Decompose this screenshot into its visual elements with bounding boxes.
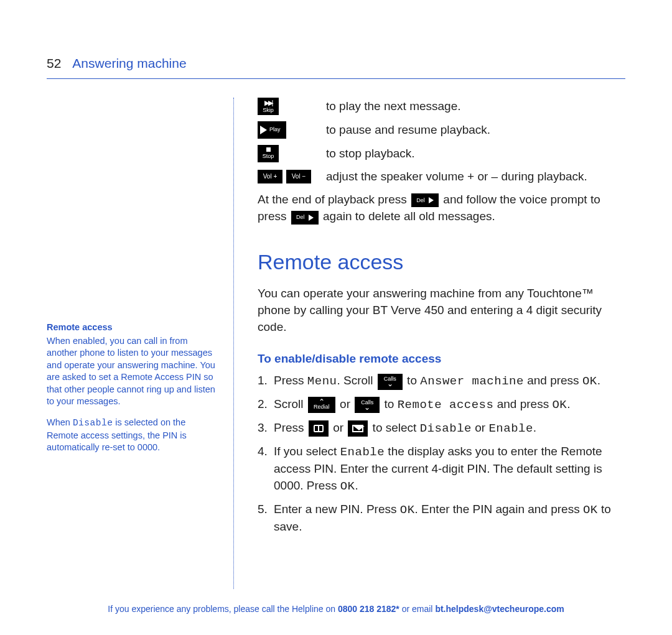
helpline-email: bt.helpdesk@vtecheurope.com xyxy=(435,604,564,614)
remote-access-heading: Remote access xyxy=(258,247,625,277)
play-button-icon: Play xyxy=(258,121,286,139)
footer: If you experience any problems, please c… xyxy=(0,604,672,614)
vol-down-icon: Vol − xyxy=(286,170,311,183)
step-1: Press Menu. Scroll Calls⌄ to Answer mach… xyxy=(258,373,625,390)
step-5: Enter a new PIN. Press OK. Enter the PIN… xyxy=(258,501,625,535)
row-stop: Stop to stop playback. xyxy=(258,145,625,162)
sidebar-para-2: When Disable is selected on the Remote a… xyxy=(47,417,220,454)
page-header: 52 Answering machine xyxy=(47,56,625,71)
vol-up-icon: Vol + xyxy=(258,170,282,183)
row-skip: ▶▶| Skip to play the next message. xyxy=(258,98,625,115)
main-content: ▶▶| Skip to play the next message. Play … xyxy=(234,98,625,589)
vol-text: adjust the speaker volume + or – during … xyxy=(326,169,587,185)
content-columns: Remote access When enabled, you can call… xyxy=(47,98,625,589)
phonebook-icon xyxy=(309,420,329,437)
stop-text: to stop playback. xyxy=(326,146,415,162)
step-4: If you select Enable the display asks yo… xyxy=(258,443,625,495)
page-number: 52 xyxy=(47,56,61,71)
del-button-icon: Del xyxy=(291,211,319,225)
step-2: Scroll ⌃Redial or Calls⌄ to Remote acces… xyxy=(258,396,625,414)
envelope-icon xyxy=(348,420,368,437)
steps-list: Press Menu. Scroll Calls⌄ to Answer mach… xyxy=(258,373,625,535)
sidebar: Remote access When enabled, you can call… xyxy=(47,98,233,589)
skip-button-icon: ▶▶| Skip xyxy=(258,98,279,115)
redial-up-icon: ⌃Redial xyxy=(308,397,335,413)
skip-text: to play the next message. xyxy=(326,98,461,115)
calls-down-icon: Calls⌄ xyxy=(355,397,380,413)
sidebar-para-1: When enabled, you can call in from anoth… xyxy=(47,335,220,408)
stop-button-icon: Stop xyxy=(258,145,279,162)
remote-intro: You can operate your answering machine f… xyxy=(258,285,625,336)
enable-disable-heading: To enable/disable remote access xyxy=(258,351,625,368)
row-volume: Vol + Vol − adjust the speaker volume + … xyxy=(258,169,625,185)
step-3: Press or to select Disable or Enable. xyxy=(258,420,625,437)
section-title: Answering machine xyxy=(72,56,186,71)
helpline-phone: 0800 218 2182* xyxy=(338,604,399,614)
row-play: Play to pause and resume playback. xyxy=(258,121,625,139)
calls-down-icon: Calls⌄ xyxy=(378,374,403,390)
del-button-icon: Del xyxy=(411,193,439,207)
end-playback-para: At the end of playback press Del and fol… xyxy=(258,192,625,226)
header-rule xyxy=(47,78,625,79)
play-text: to pause and resume playback. xyxy=(326,122,490,139)
sidebar-heading: Remote access xyxy=(47,322,220,334)
